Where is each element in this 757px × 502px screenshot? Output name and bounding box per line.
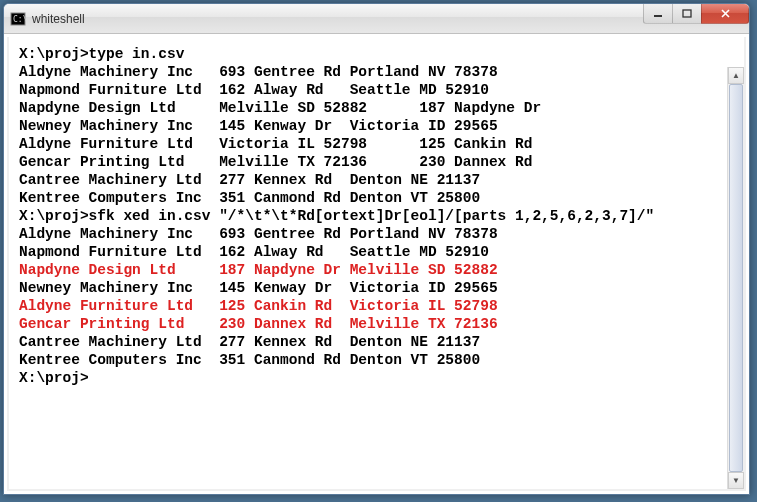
output-line: Napdyne Design Ltd Melville SD 52882 187… [19,99,734,117]
maximize-button[interactable] [672,4,702,24]
output-line: Aldyne Machinery Inc 693 Gentree Rd Port… [19,63,734,81]
scroll-thumb[interactable] [729,84,743,472]
vertical-scrollbar[interactable]: ▲ ▼ [727,67,744,489]
output-line: Napmond Furniture Ltd 162 Alway Rd Seatt… [19,243,734,261]
minimize-button[interactable] [643,4,673,24]
output-line: Newney Machinery Inc 145 Kenway Dr Victo… [19,279,734,297]
scroll-track[interactable] [728,84,744,472]
output-line-highlighted: Aldyne Furniture Ltd 125 Cankin Rd Victo… [19,297,734,315]
output-line-highlighted: Gencar Printing Ltd 230 Dannex Rd Melvil… [19,315,734,333]
output-line: Napmond Furniture Ltd 162 Alway Rd Seatt… [19,81,734,99]
close-button[interactable] [701,4,749,24]
output-line-highlighted: Napdyne Design Ltd 187 Napdyne Dr Melvil… [19,261,734,279]
titlebar[interactable]: C:\ whiteshell [4,4,749,34]
output-line: Cantree Machinery Ltd 277 Kennex Rd Dent… [19,333,734,351]
output-line: Kentree Computers Inc 351 Canmond Rd Den… [19,189,734,207]
output-line: Kentree Computers Inc 351 Canmond Rd Den… [19,351,734,369]
window-title: whiteshell [32,12,85,26]
output-line: X:\proj>type in.csv [19,45,734,63]
console-window: C:\ whiteshell X:\proj>type in.csvAldyne… [3,3,750,495]
scroll-up-button[interactable]: ▲ [728,67,744,84]
output-line: Newney Machinery Inc 145 Kenway Dr Victo… [19,117,734,135]
svg-text:C:\: C:\ [13,15,26,24]
terminal-output[interactable]: X:\proj>type in.csvAldyne Machinery Inc … [7,37,746,491]
app-icon: C:\ [10,11,26,27]
output-line: X:\proj> [19,369,734,387]
output-line: X:\proj>sfk xed in.csv "/*\t*\t*Rd[ortex… [19,207,734,225]
scroll-down-button[interactable]: ▼ [728,472,744,489]
svg-rect-2 [654,15,662,17]
svg-rect-3 [683,10,691,17]
output-line: Cantree Machinery Ltd 277 Kennex Rd Dent… [19,171,734,189]
window-controls [644,4,749,24]
output-line: Aldyne Furniture Ltd Victoria IL 52798 1… [19,135,734,153]
output-line: Gencar Printing Ltd Melville TX 72136 23… [19,153,734,171]
output-line: Aldyne Machinery Inc 693 Gentree Rd Port… [19,225,734,243]
content-area: X:\proj>type in.csvAldyne Machinery Inc … [4,34,749,494]
